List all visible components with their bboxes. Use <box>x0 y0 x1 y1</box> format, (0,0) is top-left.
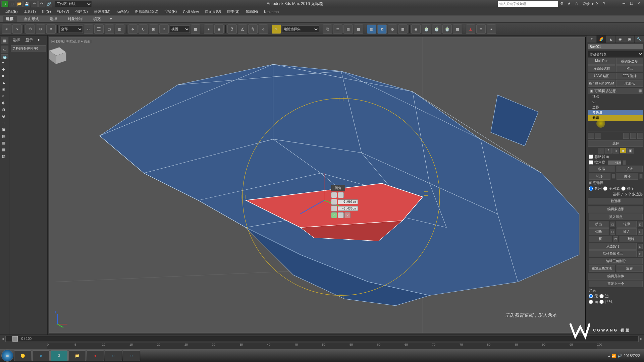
stack-border[interactable]: 边界 <box>588 105 643 110</box>
mod-btn-uvw[interactable]: UVW 贴图 <box>588 73 615 79</box>
stack-vertex[interactable]: 顶点 <box>588 94 643 99</box>
by-angle-value[interactable] <box>608 160 621 165</box>
spinner-snap-button[interactable]: ⟐ <box>259 24 268 34</box>
se-icon-1[interactable]: ● <box>2 60 8 66</box>
caddy-outline-icon[interactable]: ↔ <box>331 205 337 212</box>
select-name-button[interactable]: ☰ <box>94 24 104 34</box>
timeline-prev-icon[interactable]: < <box>2 337 4 341</box>
angle-snap-button[interactable]: ∡ <box>238 24 247 34</box>
taskbar-explorer[interactable]: 📁 <box>68 350 86 361</box>
tab-display[interactable]: 显示 <box>23 37 35 43</box>
ribbon-tab-objectpaint[interactable]: 对象绘制 <box>64 16 86 22</box>
bridge-button[interactable]: 桥 <box>589 236 612 242</box>
search-input[interactable] <box>498 1 558 7</box>
preview-multi-radio[interactable] <box>621 186 626 191</box>
caddy-ok-icon[interactable]: ✓ <box>331 212 337 218</box>
ring-spinner[interactable] <box>612 174 615 179</box>
se-icon-12[interactable]: ▤ <box>2 134 8 140</box>
select-object-button[interactable]: ▭ <box>84 24 93 34</box>
retri-button[interactable]: 重复三角算法 <box>589 265 615 272</box>
menu-civilview[interactable]: Civil View <box>180 9 201 14</box>
taskbar-ie2[interactable]: e <box>105 350 122 361</box>
se-icon-5[interactable]: ◉ <box>2 87 8 93</box>
krakatoa2-button[interactable]: ≡ <box>476 24 486 34</box>
preview-off-radio[interactable] <box>589 186 593 191</box>
save-icon[interactable]: 💾 <box>23 1 30 7</box>
flip-button[interactable]: 翻转 <box>620 236 643 242</box>
tab-motion-icon[interactable]: ◉ <box>616 36 625 43</box>
ribbon-tab-populate[interactable]: 填充 <box>90 16 104 22</box>
render-button[interactable]: 🍵 <box>422 24 431 34</box>
menu-help[interactable]: 帮助(H) <box>243 8 261 15</box>
align-button[interactable]: ≡ <box>333 24 342 34</box>
selection-filter[interactable]: 全部 <box>59 25 83 33</box>
edit-namedsel-button[interactable]: ✎ <box>272 24 281 34</box>
tray-net-icon[interactable]: 📶 <box>611 354 616 358</box>
exchange-icon[interactable]: ✕ <box>596 1 601 7</box>
stack-remove-icon[interactable] <box>630 133 636 139</box>
start-button[interactable]: ⊞ <box>1 350 13 362</box>
krakatoa3-button[interactable]: ✦ <box>487 24 496 34</box>
viewcube[interactable] <box>43 41 579 336</box>
mod-btn-hairfur[interactable]: iair 和 Fur (WSM <box>588 80 615 87</box>
edit-tri-button[interactable]: 编辑三角剖分 <box>589 258 643 264</box>
mod-btn-extrude[interactable]: 挤出 <box>616 65 644 72</box>
tab-utilities-icon[interactable]: 🔧 <box>635 36 644 43</box>
stack-show-icon[interactable] <box>595 133 601 139</box>
taskbar-app1[interactable]: 🟡 <box>14 350 32 361</box>
se-icon-11[interactable]: ▣ <box>2 127 8 133</box>
tab-create-icon[interactable]: ✦ <box>587 36 597 43</box>
placement-button[interactable]: ⊕ <box>159 24 169 34</box>
close-icon[interactable]: ✕ <box>637 1 643 7</box>
unlink-button[interactable]: ⊘ <box>36 24 45 34</box>
mod-btn-editpoly[interactable]: 编辑多边形 <box>616 58 644 65</box>
app-menu-icon[interactable]: 3 <box>1 1 8 7</box>
menu-tools[interactable]: 工具(T) <box>21 8 39 15</box>
se-icon-9[interactable]: ◒ <box>2 114 8 120</box>
menu-modifiers[interactable]: 修改器(M) <box>91 8 113 15</box>
tab-chevron-icon[interactable]: ▸ <box>36 37 42 43</box>
object-name-input[interactable] <box>588 44 643 50</box>
undo-button[interactable]: ↶ <box>2 24 11 34</box>
krakatoa1-button[interactable]: ▲ <box>466 24 475 34</box>
subobj-border-icon[interactable]: ◇ <box>612 148 619 154</box>
se-icon-3[interactable]: ■ <box>2 74 8 80</box>
modifier-stack[interactable]: ▣ 可编辑多边形▦ 顶点 边 边界 多边形 元素 <box>588 88 643 131</box>
caddy-apply-icon[interactable]: + <box>338 212 344 218</box>
taskbar-record[interactable]: ● <box>87 350 104 361</box>
section-selection[interactable]: 选择 <box>588 140 643 147</box>
menu-script[interactable]: 脚本(S) <box>224 8 242 15</box>
subobj-vertex-icon[interactable]: · <box>598 148 604 154</box>
stack-pin-icon[interactable]: ▦ <box>638 88 642 94</box>
outline-settings-icon[interactable]: □ <box>638 222 643 227</box>
se-icon-14[interactable]: ▦ <box>2 147 8 154</box>
tab-select[interactable]: 选择 <box>11 37 22 43</box>
time-ruler[interactable]: 0510152025303540455055606570758085909510… <box>47 343 597 349</box>
mod-btn-spherify[interactable]: 球形化 <box>616 80 644 87</box>
render3-button[interactable]: 🍵 <box>442 24 452 34</box>
caddy-type-icon[interactable]: ▦ <box>331 192 337 198</box>
se-icon-7[interactable]: ◐ <box>2 101 8 107</box>
stack-header[interactable]: 可编辑多边形 <box>594 89 616 93</box>
insert-vertex-button[interactable]: 插入顶点 <box>589 214 643 220</box>
section-softsel[interactable]: 软选择 <box>588 198 643 204</box>
render2-button[interactable]: 🍵 <box>432 24 441 34</box>
layer-explorer-button[interactable]: ▦ <box>354 24 363 34</box>
bind-button[interactable]: ⚭ <box>46 24 56 34</box>
caddy-outline-value[interactable]: -0.436cm <box>338 206 358 211</box>
redo-button[interactable]: ↷ <box>12 24 22 34</box>
render-frame-button[interactable]: ◉ <box>411 24 421 34</box>
undo-icon[interactable]: ↶ <box>31 1 38 7</box>
stack-polygon[interactable]: 多边形 <box>588 110 643 115</box>
se-icon-6[interactable]: ○ <box>2 94 8 100</box>
bevel-settings-icon[interactable]: □ <box>610 229 615 235</box>
extrude-button[interactable]: 挤出 <box>589 221 609 228</box>
constraint-edge-radio[interactable] <box>599 294 604 298</box>
loop-spinner[interactable] <box>639 174 643 179</box>
layers-button[interactable]: ▤ <box>343 24 353 34</box>
inset-button[interactable]: 插入 <box>616 228 637 235</box>
bevel-button[interactable]: 倒角 <box>589 228 609 235</box>
inset-settings-icon[interactable]: □ <box>638 229 643 235</box>
scale-button[interactable]: ▣ <box>149 24 158 34</box>
stack-config-icon[interactable] <box>637 133 643 139</box>
